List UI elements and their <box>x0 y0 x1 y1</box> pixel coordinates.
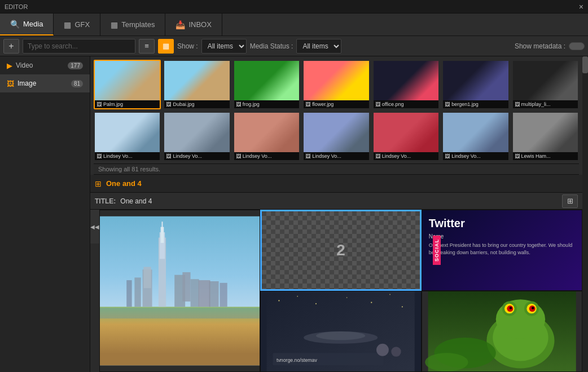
media-thumbnail <box>304 113 368 152</box>
sidebar-item-video[interactable]: ▶ Video 177 <box>0 56 90 74</box>
sidebar-video-label: Video <box>16 61 33 69</box>
media-filename: Lindsey Vo... <box>382 153 411 159</box>
timeline-title: One and 4 <box>106 179 142 188</box>
svg-point-20 <box>315 303 317 304</box>
sidebar-item-image[interactable]: 🖼 Image 81 <box>0 74 90 92</box>
media-tab-icon: 🔍 <box>10 20 20 29</box>
media-status-select[interactable]: All items <box>296 39 341 54</box>
media-label: 🖼 Lindsey Vo... <box>443 152 508 160</box>
media-filename: Dubai.jpg <box>173 101 194 107</box>
media-item[interactable]: 🖼 Lindsey Vo... <box>302 112 370 161</box>
metadata-toggle[interactable] <box>569 42 585 50</box>
media-filename: multiplay_li... <box>521 101 551 107</box>
timeline-icon: ⊞ <box>95 179 102 188</box>
svg-rect-9 <box>182 272 190 302</box>
media-item[interactable]: 🖼 Lindsey Vo... <box>94 112 161 161</box>
media-type-icon: 🖼 <box>96 101 102 107</box>
svg-point-21 <box>346 297 348 298</box>
media-label: 🖼 office.png <box>374 100 438 108</box>
tab-media[interactable]: 🔍 Media <box>0 14 54 36</box>
svg-rect-16 <box>100 308 260 318</box>
media-type-icon: 🖼 <box>96 153 102 159</box>
svg-point-41 <box>509 307 511 309</box>
media-thumbnail <box>95 61 160 100</box>
tab-bar: 🔍 Media ▦ GFX ▦ Templates 📥 INBOX <box>0 14 588 36</box>
svg-point-30 <box>392 347 401 356</box>
media-thumbnail <box>374 113 438 152</box>
media-filename: office.png <box>382 101 404 107</box>
template-cell-frog[interactable] <box>422 291 582 372</box>
svg-point-23 <box>390 294 391 295</box>
main-scrollbar[interactable] <box>582 56 588 372</box>
template-cell-twitter[interactable]: SOCIAL Twitter Name Our next President h… <box>422 210 582 291</box>
gfx-tab-icon: ▦ <box>64 20 71 29</box>
template-cell-dark[interactable]: tvnorge.no/stemav <box>260 291 421 372</box>
image-icon: 🖼 <box>7 79 14 88</box>
media-label: 🖼 Lindsey Vo... <box>164 152 229 160</box>
svg-point-26 <box>316 331 365 340</box>
media-filename: Lewis Ham... <box>521 153 551 159</box>
svg-point-42 <box>532 307 534 309</box>
media-item[interactable]: 🖼 Lindsey Vo... <box>442 112 509 161</box>
status-text: Showing all 81 results. <box>98 166 160 172</box>
title-value: One and 4 <box>120 197 152 205</box>
media-item[interactable]: 🖼 Lindsey Vo... <box>372 112 440 161</box>
media-filename: Lindsey Vo... <box>243 153 272 159</box>
media-thumbnail <box>164 61 229 100</box>
media-label: 🖼 flower.jpg <box>304 100 368 108</box>
media-item[interactable]: 🖼 Lewis Ham... <box>512 112 579 161</box>
media-label: 🖼 Lindsey Vo... <box>95 152 160 160</box>
media-label: 🖼 Lewis Ham... <box>513 152 578 160</box>
media-item[interactable]: 🖼 flower.jpg <box>302 60 370 109</box>
media-item[interactable]: 🖼 Palm.jpg <box>94 60 161 109</box>
media-grid-section[interactable]: 🖼 Palm.jpg 🖼 Dubai.jpg 🖼 frog.jpg 🖼 flow… <box>90 56 582 175</box>
grid-view-button[interactable]: ▦ <box>158 39 174 54</box>
main-area: ▶ Video 177 🖼 Image 81 🖼 Palm.jpg <box>0 56 588 372</box>
media-area: 🖼 Palm.jpg 🖼 Dubai.jpg 🖼 frog.jpg 🖼 flow… <box>90 56 582 372</box>
media-type-icon: 🖼 <box>236 153 241 159</box>
list-view-button[interactable]: ≡ <box>139 39 155 54</box>
media-item[interactable]: 🖼 Lindsey Vo... <box>163 112 230 161</box>
media-thumbnail <box>513 113 578 152</box>
template-cell-dubai[interactable] <box>99 210 260 372</box>
title-bar: EDITOR × <box>0 0 588 14</box>
media-filename: Palm.jpg <box>103 101 123 107</box>
media-thumbnail <box>234 61 299 100</box>
tab-inbox[interactable]: 📥 INBOX <box>165 14 222 36</box>
collapse-button[interactable]: ◀◀ <box>90 210 99 243</box>
tab-templates[interactable]: ▦ Templates <box>100 14 165 36</box>
show-select[interactable]: All items <box>201 39 247 54</box>
media-type-icon: 🖼 <box>515 153 520 159</box>
empty-cell-number: 2 <box>336 241 345 259</box>
media-type-icon: 🖼 <box>166 153 171 159</box>
media-thumbnail <box>443 61 508 100</box>
add-button[interactable]: + <box>3 39 19 54</box>
search-input[interactable] <box>23 39 135 54</box>
twitter-name-label: Name <box>429 233 575 240</box>
template-cell-empty[interactable]: 2 <box>260 210 421 291</box>
media-item[interactable]: 🖼 bergen1.jpg <box>442 60 509 109</box>
svg-rect-11 <box>191 279 199 307</box>
show-metadata-label: Show metadata : <box>515 42 565 50</box>
twitter-heading: Twitter <box>429 217 575 230</box>
close-button[interactable]: × <box>579 3 583 11</box>
media-type-icon: 🖼 <box>305 153 310 159</box>
template-grid-view-button[interactable]: ⊞ <box>562 194 578 208</box>
twitter-content: Twitter Name Our next President has to b… <box>422 210 582 290</box>
twitter-body: Our next President has to bring our coun… <box>429 242 575 256</box>
svg-point-18 <box>279 300 280 301</box>
tab-inbox-label: INBOX <box>188 20 211 29</box>
templates-tab-icon: ▦ <box>111 20 118 29</box>
media-grid: 🖼 Palm.jpg 🖼 Dubai.jpg 🖼 frog.jpg 🖼 flow… <box>94 60 579 161</box>
media-filename: Lindsey Vo... <box>451 153 481 159</box>
media-label: 🖼 bergen1.jpg <box>443 100 508 108</box>
media-item[interactable]: 🖼 Lindsey Vo... <box>233 112 300 161</box>
svg-text:tvnorge.no/stemav: tvnorge.no/stemav <box>277 357 317 363</box>
media-item[interactable]: 🖼 multiplay_li... <box>512 60 579 109</box>
inbox-tab-icon: 📥 <box>175 20 185 29</box>
media-item[interactable]: 🖼 Dubai.jpg <box>163 60 230 109</box>
tab-gfx[interactable]: ▦ GFX <box>54 14 100 36</box>
media-item[interactable]: 🖼 frog.jpg <box>233 60 300 109</box>
svg-point-29 <box>376 344 389 356</box>
media-item[interactable]: 🖼 office.png <box>372 60 440 109</box>
